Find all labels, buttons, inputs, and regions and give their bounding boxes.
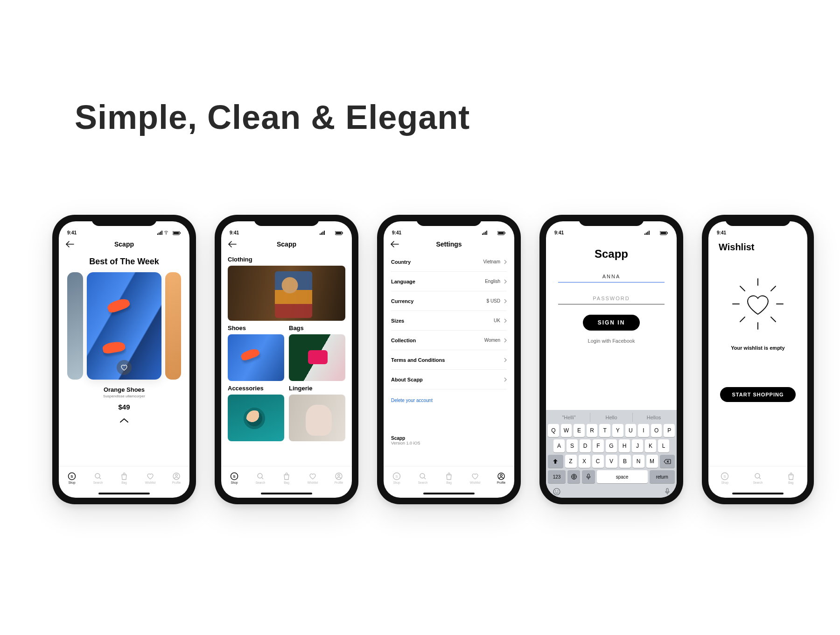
tab-wishlist[interactable]: Wishlist	[137, 466, 163, 489]
expand-button[interactable]	[119, 417, 130, 424]
tab-bag[interactable]: Bag	[273, 466, 300, 489]
wishlist-title: Wishlist	[719, 242, 755, 253]
tab-bag[interactable]: Bag	[774, 466, 807, 489]
svg-line-56	[771, 286, 776, 291]
numbers-key[interactable]: 123	[548, 470, 566, 483]
svg-rect-31	[505, 232, 506, 233]
category-bags-label: Bags	[289, 325, 345, 332]
svg-rect-16	[324, 231, 325, 235]
category-accessories-label: Accessories	[228, 385, 284, 392]
svg-rect-0	[157, 233, 158, 235]
tab-shop[interactable]: SShop	[384, 466, 410, 489]
phone-mockup-categories: 9:41 Scapp Clothing Shoes Bags	[215, 215, 358, 504]
category-clothing-label: Clothing	[228, 256, 345, 263]
product-image	[87, 272, 161, 380]
status-icons	[157, 231, 181, 235]
svg-rect-15	[322, 232, 323, 235]
back-icon[interactable]	[228, 241, 237, 247]
tab-bag[interactable]: Bag	[111, 466, 137, 489]
dictate-key[interactable]	[665, 487, 670, 496]
tab-profile[interactable]: Profile	[163, 466, 189, 489]
carousel-prev-peek[interactable]	[67, 272, 83, 380]
svg-rect-13	[320, 233, 321, 235]
settings-row-about[interactable]: About Scapp	[391, 370, 507, 389]
svg-rect-1	[159, 233, 160, 235]
svg-text:S: S	[70, 474, 73, 479]
suggestion-3[interactable]: Hellos	[632, 413, 675, 422]
space-key[interactable]: space	[597, 470, 648, 483]
category-lingerie-image[interactable]	[289, 395, 345, 441]
svg-point-36	[500, 474, 502, 476]
tab-profile[interactable]: Profile	[488, 466, 514, 489]
app-title: Scapp	[277, 240, 296, 248]
svg-text:S: S	[395, 474, 398, 479]
svg-rect-25	[482, 233, 483, 235]
mic-key[interactable]	[582, 470, 595, 483]
backspace-key[interactable]	[660, 455, 675, 468]
key-q[interactable]: Q	[548, 424, 559, 437]
svg-point-34	[420, 473, 425, 478]
like-button[interactable]	[117, 360, 132, 375]
password-input[interactable]	[558, 292, 665, 304]
svg-point-47	[555, 491, 556, 492]
brand-logo: Scapp	[595, 247, 628, 261]
product-card[interactable]	[87, 272, 161, 380]
tab-search[interactable]: Search	[85, 466, 111, 489]
svg-rect-45	[588, 474, 589, 477]
svg-rect-42	[661, 232, 666, 234]
category-shoes-image[interactable]	[228, 334, 284, 381]
svg-point-48	[558, 491, 559, 492]
product-subtitle: Suspendisse ullamcorper	[103, 394, 145, 398]
emoji-key[interactable]	[553, 487, 561, 496]
svg-rect-2	[160, 232, 161, 235]
svg-text:S: S	[233, 474, 236, 479]
category-bags-image[interactable]	[289, 334, 345, 381]
tab-search[interactable]: Search	[247, 466, 273, 489]
tab-shop[interactable]: SShop	[59, 466, 85, 489]
chevron-right-icon	[504, 260, 507, 264]
profile-icon	[172, 472, 181, 480]
tab-wishlist[interactable]: Wishlist	[462, 466, 488, 489]
back-icon[interactable]	[390, 241, 399, 247]
settings-row-country[interactable]: CountryVietnam	[391, 252, 507, 272]
back-icon[interactable]	[65, 241, 75, 247]
svg-line-57	[740, 317, 745, 322]
settings-title: Settings	[436, 240, 462, 248]
settings-row-currency[interactable]: Currency$ USD	[391, 291, 507, 311]
carousel-next-peek[interactable]	[165, 272, 181, 380]
svg-rect-14	[321, 233, 322, 235]
tab-shop[interactable]: SShop	[221, 466, 247, 489]
tab-bar: SShop Search Bag Wishlist Profile	[59, 466, 189, 489]
tab-bag[interactable]: Bag	[436, 466, 462, 489]
svg-rect-7	[180, 232, 181, 233]
tab-wishlist[interactable]: Wishlist	[300, 466, 326, 489]
settings-row-sizes[interactable]: SizesUK	[391, 311, 507, 331]
delete-account-link[interactable]: Delete your account	[391, 398, 507, 403]
svg-rect-49	[666, 488, 668, 492]
tab-profile[interactable]: Profile	[326, 466, 352, 489]
category-shoes-label: Shoes	[228, 325, 284, 332]
username-input[interactable]	[558, 270, 665, 282]
facebook-login-link[interactable]: Login with Facebook	[588, 338, 635, 344]
svg-rect-26	[483, 233, 484, 235]
suggestion-2[interactable]: Hello	[590, 413, 632, 422]
svg-rect-43	[667, 232, 668, 233]
globe-key[interactable]	[567, 470, 580, 483]
tab-search[interactable]: Search	[742, 466, 775, 489]
settings-row-terms[interactable]: Terms and Conditions	[391, 350, 507, 370]
category-clothing-image[interactable]	[228, 266, 345, 321]
empty-wishlist-text: Your wishlist is empty	[731, 345, 784, 351]
phone-mockup-product: 9:41 Scapp Best of The Week	[52, 215, 196, 504]
category-accessories-image[interactable]	[228, 395, 284, 441]
svg-point-24	[338, 474, 340, 476]
svg-point-4	[166, 233, 167, 234]
tab-shop[interactable]: SShop	[708, 466, 742, 489]
settings-row-language[interactable]: LanguageEnglish	[391, 272, 507, 291]
return-key[interactable]: return	[650, 470, 675, 483]
shift-key[interactable]	[548, 455, 563, 468]
signin-button[interactable]: SIGN IN	[583, 315, 640, 331]
tab-search[interactable]: Search	[410, 466, 436, 489]
suggestion-1[interactable]: "Helli"	[548, 413, 590, 422]
settings-row-collection[interactable]: CollectionWomen	[391, 331, 507, 350]
start-shopping-button[interactable]: START SHOPPING	[720, 387, 796, 402]
